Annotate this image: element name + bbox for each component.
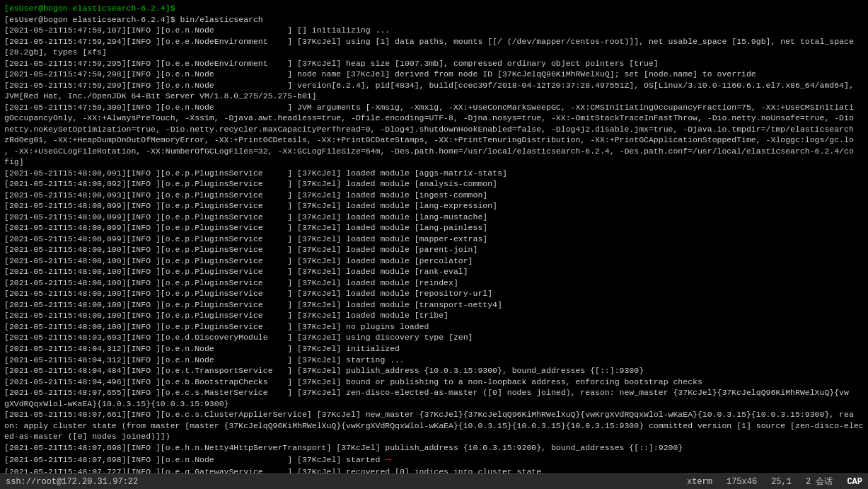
terminal-line: [2021-05-21T15:48:00,100][INFO ][o.e.p.P… [4, 255, 864, 267]
terminal-line: [2021-05-21T15:48:07,698][INFO ][o.e.h.n… [4, 442, 864, 454]
terminal-line: [2021-05-21T15:48:00,100][INFO ][o.e.p.P… [4, 266, 864, 277]
terminal-line: [2021-05-21T15:48:00,092][INFO ][o.e.p.P… [4, 178, 864, 190]
terminal-line: [2021-05-21T15:48:00,093][INFO ][o.e.p.P… [4, 190, 864, 201]
terminal-line: [2021-05-21T15:48:00,100][INFO ][o.e.p.P… [4, 277, 864, 289]
terminal-line: [2021-05-21T15:48:07,661][INFO ][o.e.c.s… [4, 409, 864, 420]
terminal-line: , -XX:+UseGCLogFileRotation, -XX:NumberO… [4, 146, 864, 157]
terminal-line: [2021-05-21T15:48:00,099][INFO ][o.e.p.P… [4, 222, 864, 234]
terminal-line: on: apply cluster state (from master [ma… [4, 420, 864, 432]
caps-lock-indicator: CAP [847, 477, 862, 487]
terminal-line: gOccupancyOnly, -XX:+AlwaysPreTouch, -Xs… [4, 113, 864, 124]
terminal-line: zRdOeg01, -XX:+HeapDumpOnOutOfMemoryErro… [4, 134, 864, 146]
terminal-line: [2021-05-21T15:48:00,100][INFO ][o.e.p.P… [4, 310, 864, 321]
terminal-line: [2021-05-21T15:48:07,727][INFO ][o.e.g.G… [4, 466, 864, 473]
terminal-line: [2021-05-21T15:47:59,294][INFO ][o.e.e.N… [4, 36, 864, 47]
terminal-line: [2021-05-21T15:47:59,295][INFO ][o.e.e.N… [4, 58, 864, 69]
terminal-line: netty.noKeySetOptimization=true, -Dio.ne… [4, 124, 864, 135]
terminal-line: [2021-05-21T15:48:07,655][INFO ][o.e.c.s… [4, 387, 864, 398]
terminal-line: [2021-05-21T15:48:04,312][INFO ][o.e.n.N… [4, 343, 864, 355]
terminal-output: [esUser@bogon elasticsearch-6.2.4]$[esUs… [0, 0, 868, 473]
terminal-line: gXVdRQqxWlol-wKaEA}{10.0.3.15}{10.0.3.15… [4, 398, 864, 410]
terminal-line: [28.2gb], types [xfs] [4, 47, 864, 58]
terminal-line: [2021-05-21T15:47:59,298][INFO ][o.e.n.N… [4, 69, 864, 80]
terminal-line: [esUser@bogon elasticsearch-6.2.4]$ bin/… [4, 14, 864, 25]
terminal-dimensions: 175x46 [727, 477, 757, 487]
terminal-line: [2021-05-21T15:48:04,496][INFO ][o.e.b.B… [4, 376, 864, 388]
terminal-type-label: xterm [687, 477, 712, 487]
terminal-line: [2021-05-21T15:48:00,100][INFO ][o.e.p.P… [4, 288, 864, 299]
terminal-line: [2021-05-21T15:48:00,099][INFO ][o.e.p.P… [4, 212, 864, 223]
terminal-line: [2021-05-21T15:47:59,187][INFO ][o.e.n.N… [4, 25, 864, 36]
terminal-line: [2021-05-21T15:48:04,484][INFO ][o.e.t.T… [4, 365, 864, 376]
ssh-connection-info: ssh://root@172.20.31.97:22 [6, 477, 687, 487]
terminal-line: [2021-05-21T15:48:07,698][INFO ][o.e.n.N… [4, 453, 864, 466]
terminal-line: [2021-05-21T15:48:00,100][INFO ][o.e.p.P… [4, 321, 864, 333]
terminal-line: [2021-05-21T15:48:04,312][INFO ][o.e.n.N… [4, 355, 864, 366]
terminal-line: JVM[Red Hat, Inc./OpenJDK 64-Bit Server … [4, 91, 864, 102]
terminal-line: [2021-05-21T15:48:00,100][INFO ][o.e.p.P… [4, 299, 864, 311]
terminal-line: [2021-05-21T15:48:00,099][INFO ][o.e.p.P… [4, 200, 864, 212]
terminal-line: [2021-05-21T15:47:59,300][INFO ][o.e.n.N… [4, 102, 864, 113]
terminal-line: [2021-05-21T15:48:00,099][INFO ][o.e.p.P… [4, 234, 864, 245]
terminal-line: fig] [4, 156, 864, 168]
terminal-line: [2021-05-21T15:48:00,100][INFO ][o.e.p.P… [4, 244, 864, 255]
terminal-line: [esUser@bogon elasticsearch-6.2.4]$ [4, 3, 864, 14]
terminal-line: [2021-05-21T15:48:03,693][INFO ][o.e.d.D… [4, 332, 864, 343]
session-count: 2 会话 [806, 476, 833, 488]
terminal-line: ed-as-master ([0] nodes joined)]]) [4, 431, 864, 442]
terminal-line: [2021-05-21T15:47:59,299][INFO ][o.e.n.N… [4, 80, 864, 91]
status-bar: ssh://root@172.20.31.97:22 xterm 175x46 … [0, 473, 868, 489]
cursor-position: 25,1 [771, 477, 792, 487]
terminal-line: [2021-05-21T15:48:00,091][INFO ][o.e.p.P… [4, 168, 864, 179]
